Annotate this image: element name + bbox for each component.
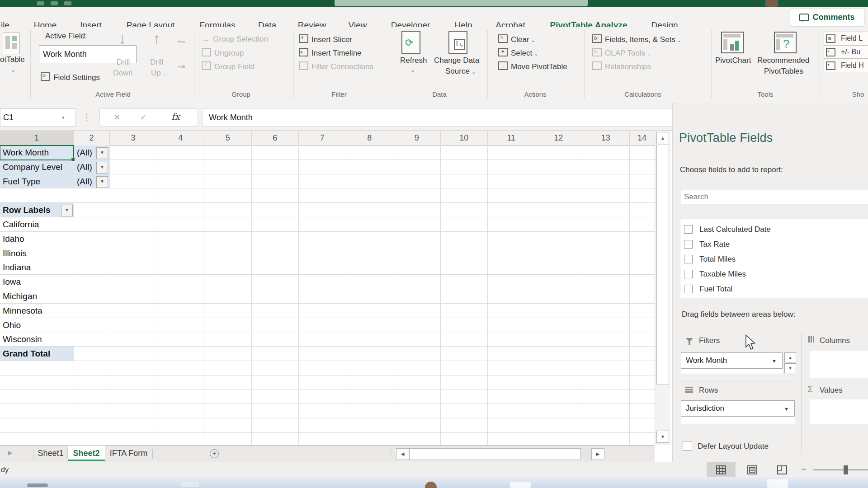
field-item[interactable]: Taxable Miles [684,267,746,282]
grand-total-cell[interactable]: Grand Total [0,347,50,361]
cell-company-level[interactable]: Company Level [0,160,62,174]
confirm-entry-icon[interactable]: ✓ [140,112,147,122]
column-header[interactable]: 6 [252,131,299,145]
defer-layout-checkbox[interactable] [683,441,692,450]
column-header[interactable]: 12 [535,131,583,145]
search-box-titlebar[interactable] [335,0,588,6]
column-header[interactable]: 13 [582,131,630,145]
column-header[interactable]: 11 [488,131,535,145]
values-area-slot[interactable] [810,399,868,424]
horizontal-scrollbar-thumb[interactable] [409,448,581,460]
relationships-button[interactable]: Relationships [592,61,651,71]
drill-down-label1[interactable]: Drill [117,58,130,67]
field-list-toggle[interactable]: ≣Field L [824,32,868,45]
columns-area-slot[interactable] [810,351,868,378]
field-item[interactable]: Total Miles [684,252,736,267]
row-label-cell[interactable]: California [0,217,39,232]
sheet-tab-sheet2[interactable]: Sheet2 [68,446,105,461]
normal-view-button[interactable] [707,462,736,478]
refresh-chevron-icon[interactable]: ⌄ [410,67,415,73]
collapse-field-icon[interactable]: −≡ [177,62,185,70]
sheet-tab-sheet1[interactable]: Sheet1 [34,446,67,461]
column-header[interactable]: 9 [393,131,441,145]
fields-items-sets-button[interactable]: fxFields, Items, & Sets⌄ [592,34,681,44]
row-label-cell[interactable]: Iowa [0,275,21,289]
group-selection-button[interactable]: →Group Selection [202,34,268,44]
select-button[interactable]: ➤Select⌄ [498,48,538,58]
insert-timeline-button[interactable]: ▸Insert Timeline [299,48,362,58]
plus-minus-buttons-toggle[interactable]: +−+/- Bu [824,45,868,59]
comments-button[interactable]: Comments [790,8,864,26]
cell-fuel-type-value[interactable]: (All) [74,174,92,189]
field-headers-toggle[interactable]: ▾Field H [824,59,868,72]
formula-input[interactable]: Work Month [202,108,677,127]
scroll-right-icon[interactable]: ▶ [591,448,604,460]
insert-function-icon[interactable]: fx [171,111,180,122]
fill-handle[interactable] [71,158,75,162]
taskbar-avatar[interactable] [424,481,438,488]
field-item[interactable]: Tax Rate [684,237,730,252]
drill-up-label1[interactable]: Drill [150,58,163,67]
row-label-cell[interactable]: Minnesota [0,304,42,318]
column-header[interactable]: 14 [630,131,655,145]
cell-company-level-value[interactable]: (All) [74,160,92,174]
filter-dropdown-work-month[interactable]: ▼ [96,147,108,159]
field-move-down-icon[interactable]: ▼ [784,363,796,373]
quick-access-icon[interactable] [37,1,44,5]
row-label-cell[interactable]: Illinois [0,246,27,261]
chevron-down-icon[interactable]: ▼ [784,406,789,412]
row-label-cell[interactable]: Ohio [0,318,21,333]
group-field-button[interactable]: 7Group Field [202,61,255,71]
vertical-scrollbar-thumb[interactable] [656,145,669,385]
change-data-source-icon[interactable]: ↳ [448,31,467,54]
new-sheet-icon[interactable]: + [210,449,219,458]
sheet-nav-arrow-icon[interactable]: ▶ [8,450,12,456]
column-header[interactable]: 5 [204,131,252,145]
chevron-down-icon[interactable]: ▼ [772,358,777,364]
scroll-left-icon[interactable]: ◀ [396,448,409,460]
insert-slicer-button[interactable]: ▾Insert Slicer [299,34,352,44]
refresh-button[interactable]: Refresh [400,56,427,65]
field-move-up-icon[interactable]: ▲ [784,352,796,362]
filter-dropdown-company-level[interactable]: ▼ [96,162,108,174]
sheet-tab-ifta-form[interactable]: IFTA Form [105,446,152,461]
drill-up-label2[interactable]: Up⌄ [151,69,167,78]
row-label-cell[interactable]: Michigan [0,289,37,304]
field-item[interactable]: Last Calculated Date [684,222,771,237]
checkbox-icon[interactable] [684,285,693,293]
chevron-down-icon[interactable]: ⌄ [11,67,15,73]
column-header[interactable]: 7 [299,131,346,145]
filter-dropdown-fuel-type[interactable]: ▼ [96,176,108,188]
zoom-slider-track[interactable] [813,469,868,470]
scroll-down-icon[interactable]: ▼ [656,431,669,443]
pivottable-big-icon[interactable] [3,33,20,54]
column-header[interactable]: 8 [346,131,394,145]
drill-down-label2[interactable]: Down [113,69,132,78]
change-data-source-label1[interactable]: Change Data [434,56,479,65]
cell-fuel-type[interactable]: Fuel Type [0,174,40,189]
formula-bar-resize-handle[interactable]: ⋮ [83,112,90,122]
row-label-cell[interactable]: Idaho [0,232,24,246]
drill-down-icon[interactable]: ↓ [118,30,126,47]
field-settings-button[interactable]: ⚙Field Settings [41,72,100,82]
clear-button[interactable]: ✎Clear⌄ [498,34,535,44]
filters-field-work-month[interactable]: Work Month ▼ [681,352,783,369]
vertical-scrollbar[interactable]: ▲ ▼ [655,131,670,445]
rows-field-jurisdiction[interactable]: Jurisdiction ▼ [681,400,795,417]
recommended-pivottables-label2[interactable]: PivotTables [764,67,803,76]
cell-work-month-value[interactable]: (All) [74,145,92,160]
page-break-view-button[interactable] [768,462,797,478]
fields-search-input[interactable] [680,190,868,204]
olap-tools-button[interactable]: fxOLAP Tools⌄ [592,48,651,58]
row-labels-dropdown[interactable]: ▼ [61,205,73,216]
column-header[interactable]: 4 [157,131,205,145]
row-label-cell[interactable]: Wisconsin [0,332,42,347]
move-pivottable-button[interactable]: →Move PivotTable [498,61,567,71]
checkbox-icon[interactable] [684,270,693,278]
refresh-icon[interactable]: ⟳ [401,31,420,54]
row-label-cell[interactable]: Indiana [0,260,31,275]
checkbox-icon[interactable] [684,240,693,249]
name-box[interactable]: C1▾ [0,108,76,127]
scrollbar-splitter-handle[interactable]: ⋮ [388,448,393,455]
filter-connections-button[interactable]: Filter Connections [299,61,373,71]
